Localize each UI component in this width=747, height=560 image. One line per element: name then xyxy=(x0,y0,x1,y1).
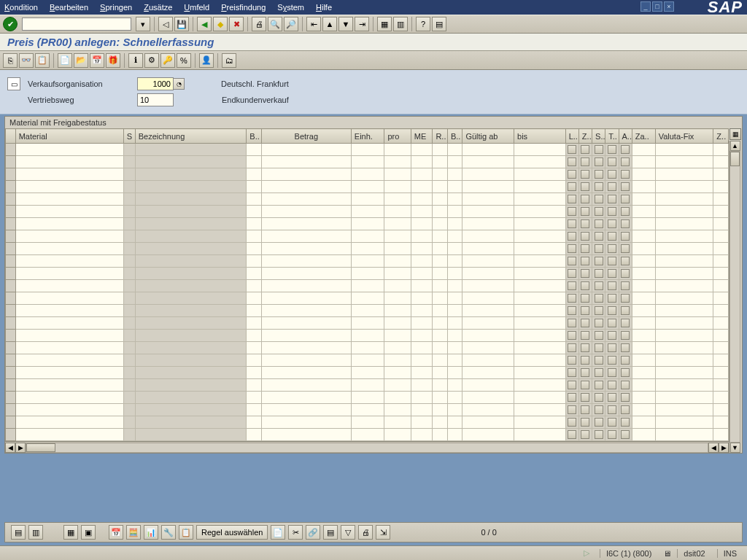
menu-preisfindung[interactable]: Preisfindung xyxy=(221,3,266,12)
col-bis[interactable]: bis xyxy=(514,129,566,144)
col-bezeichnung[interactable]: Bezeichnung xyxy=(135,129,247,144)
foot-btn-6[interactable]: 🧮 xyxy=(126,525,141,540)
table-settings-icon[interactable]: ▦ xyxy=(729,128,741,140)
col-b[interactable]: B.. xyxy=(247,129,262,144)
minimize-icon[interactable]: _ xyxy=(640,1,651,12)
foot-btn-9[interactable]: 📋 xyxy=(179,525,193,540)
foot-btn-13[interactable]: ▤ xyxy=(323,525,338,540)
foot-btn-5[interactable]: 📅 xyxy=(109,525,123,540)
table-row[interactable] xyxy=(6,416,729,429)
prev-icon[interactable]: ◁ xyxy=(158,17,173,31)
app-btn-13[interactable]: 🗂 xyxy=(222,53,236,68)
foot-btn-16[interactable]: ⇲ xyxy=(376,525,390,540)
channel-input[interactable] xyxy=(137,93,174,106)
hscroll-left-icon[interactable]: ◀ xyxy=(5,443,15,453)
col-za[interactable]: Za.. xyxy=(632,129,655,144)
foot-btn-2[interactable]: ▥ xyxy=(28,525,43,540)
table-row[interactable] xyxy=(6,392,729,404)
col-s[interactable]: S xyxy=(123,129,135,144)
table-row[interactable] xyxy=(6,404,729,416)
app-btn-1[interactable]: ⎘ xyxy=(3,53,18,68)
table-row[interactable] xyxy=(6,268,729,280)
app-btn-11[interactable]: % xyxy=(177,53,191,68)
table-row[interactable] xyxy=(6,230,729,243)
col-pro[interactable]: pro xyxy=(384,129,411,144)
menu-zusaetze[interactable]: Zusätze xyxy=(144,3,172,12)
table-row[interactable] xyxy=(6,317,729,330)
data-grid[interactable]: Material S Bezeichnung B.. Betrag Einh. … xyxy=(5,128,729,441)
enter-button[interactable]: ✔ xyxy=(3,17,18,31)
vscroll-track[interactable] xyxy=(729,151,740,443)
app-btn-8[interactable]: ℹ xyxy=(128,53,143,68)
foot-btn-12[interactable]: 🔗 xyxy=(306,525,320,540)
app-btn-6[interactable]: 📅 xyxy=(90,53,104,68)
foot-btn-3[interactable]: ▦ xyxy=(63,525,78,540)
col-einh[interactable]: Einh. xyxy=(351,129,384,144)
command-field[interactable] xyxy=(22,18,131,31)
foot-btn-15[interactable]: 🖨 xyxy=(358,525,373,540)
close-icon[interactable]: × xyxy=(664,1,674,12)
table-row[interactable] xyxy=(6,218,729,230)
new-session-icon[interactable]: ▦ xyxy=(377,17,392,31)
horizontal-scrollbar[interactable]: ◀ ▶ ◀ ▶ xyxy=(5,441,729,453)
foot-btn-7[interactable]: 📊 xyxy=(144,525,158,540)
cmd-dropdown-icon[interactable]: ▾ xyxy=(136,17,150,31)
exit-icon[interactable]: ◆ xyxy=(213,17,228,31)
menu-system[interactable]: System xyxy=(277,3,304,12)
next-page-icon[interactable]: ▼ xyxy=(338,17,353,31)
table-row[interactable] xyxy=(6,305,729,317)
document-icon[interactable]: ▭ xyxy=(7,77,20,90)
app-btn-4[interactable]: 📄 xyxy=(58,53,72,68)
foot-btn-4[interactable]: ▣ xyxy=(81,525,96,540)
menu-hilfe[interactable]: Hilfe xyxy=(316,3,332,12)
hscroll-right-icon[interactable]: ▶ xyxy=(15,443,26,453)
foot-btn-1[interactable]: ▤ xyxy=(11,525,26,540)
vscroll-down-icon[interactable]: ▼ xyxy=(730,443,740,453)
org-f4-icon[interactable]: ◔ xyxy=(173,78,185,90)
table-row[interactable] xyxy=(6,156,729,168)
col-me[interactable]: ME xyxy=(411,129,433,144)
app-btn-7[interactable]: 🎁 xyxy=(106,53,120,68)
app-btn-10[interactable]: 🔑 xyxy=(160,53,175,68)
help-icon[interactable]: ? xyxy=(416,17,430,31)
find-next-icon[interactable]: 🔎 xyxy=(284,17,298,31)
table-row[interactable] xyxy=(6,330,729,342)
table-row[interactable] xyxy=(6,342,729,354)
table-row[interactable] xyxy=(6,255,729,268)
hscroll-left2-icon[interactable]: ◀ xyxy=(708,443,719,453)
hscroll-thumb[interactable] xyxy=(26,443,55,452)
app-btn-12[interactable]: 👤 xyxy=(199,53,214,68)
table-row[interactable] xyxy=(6,280,729,292)
table-row[interactable] xyxy=(6,367,729,379)
table-row[interactable] xyxy=(6,379,729,392)
app-btn-9[interactable]: ⚙ xyxy=(144,53,159,68)
foot-btn-8[interactable]: 🔧 xyxy=(161,525,176,540)
last-page-icon[interactable]: ⇥ xyxy=(355,17,369,31)
col-b2[interactable]: B.. xyxy=(447,129,462,144)
menu-bearbeiten[interactable]: Bearbeiten xyxy=(50,3,88,12)
table-row[interactable] xyxy=(6,243,729,255)
back-icon[interactable]: ◀ xyxy=(197,17,212,31)
first-page-icon[interactable]: ⇤ xyxy=(306,17,321,31)
hscroll-right2-icon[interactable]: ▶ xyxy=(719,443,729,453)
col-z2[interactable]: Z.. xyxy=(713,129,729,144)
table-row[interactable] xyxy=(6,206,729,218)
menu-umfeld[interactable]: Umfeld xyxy=(184,3,209,12)
col-valutafix[interactable]: Valuta-Fix xyxy=(655,129,713,144)
rule-select-button[interactable]: Regel auswählen xyxy=(196,525,268,540)
foot-btn-14[interactable]: ▽ xyxy=(341,525,355,540)
menu-kondition[interactable]: KKonditionondition xyxy=(4,3,38,12)
col-z[interactable]: Z.. xyxy=(578,129,592,144)
foot-btn-11[interactable]: ✂ xyxy=(288,525,303,540)
col-material[interactable]: Material xyxy=(15,129,123,144)
col-gueltigab[interactable]: Gültig ab xyxy=(462,129,514,144)
app-btn-5[interactable]: 📂 xyxy=(74,53,88,68)
vscroll-thumb[interactable] xyxy=(730,152,740,166)
table-row[interactable] xyxy=(6,354,729,367)
app-btn-3[interactable]: 📋 xyxy=(35,53,50,68)
col-t[interactable]: T.. xyxy=(605,129,619,144)
find-icon[interactable]: 🔍 xyxy=(268,17,282,31)
vertical-scrollbar[interactable]: ▲ ▼ xyxy=(729,141,740,453)
col-betrag[interactable]: Betrag xyxy=(261,129,351,144)
shortcut-icon[interactable]: ▥ xyxy=(393,17,408,31)
